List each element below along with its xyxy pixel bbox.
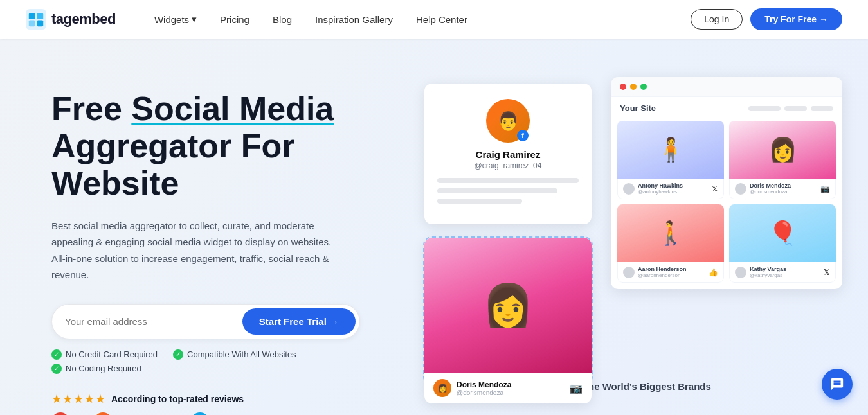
cell-2-name: Doris Mendoza — [750, 182, 791, 189]
cell-2-user-info: Doris Mendoza @dorismendoza — [750, 182, 791, 195]
window-dot-red — [620, 84, 626, 90]
insta-avatar: 👩 — [433, 379, 451, 397]
profile-avatar: 👨 f — [486, 99, 530, 143]
badge-crozdesk[interactable]: CZ CROZDESK — [191, 412, 259, 415]
check-list: ✓ No Credit Card Required ✓ Compatible W… — [51, 349, 386, 374]
reviews-section: ★★★★★ According to top-rated reviews G G… — [51, 392, 386, 415]
cell-3-user: Aaron Henderson @aaronhenderson — [623, 266, 687, 278]
cell-3-name: Aaron Henderson — [638, 266, 687, 272]
check-no-coding: ✓ No Coding Required — [51, 364, 141, 374]
cell-2-avatar — [735, 183, 746, 195]
dashboard-cell-3: 🚶 Aaron Henderson @aaronhenderson 👍 — [617, 204, 724, 283]
try-free-button[interactable]: Try For Free → — [750, 8, 842, 30]
insta-footer: 👩 Doris Mendoza @dorismendoza 📷 — [424, 373, 592, 403]
cell-1-user: Antony Hawkins @antonyhawkins — [623, 182, 683, 195]
chat-icon — [830, 377, 844, 391]
insta-user-info: 👩 Doris Mendoza @dorismendoza — [433, 379, 511, 397]
cell-1-name: Antony Hawkins — [638, 182, 683, 189]
badge-g2[interactable]: G G2 — [51, 412, 84, 415]
profile-avatar-area: 👨 f Craig Ramirez @craig_ramirez_04 — [437, 99, 579, 170]
insta-user-name: Doris Mendoza — [457, 380, 511, 389]
cell-4-image: 🎈 — [729, 204, 836, 262]
nav-inspiration-gallery[interactable]: Inspiration Gallery — [315, 14, 393, 25]
profile-card: 👨 f Craig Ramirez @craig_ramirez_04 — [424, 84, 592, 224]
cell-2-user: Doris Mendoza @dorismendoza — [735, 182, 791, 195]
stars-row: ★★★★★ According to top-rated reviews — [51, 392, 386, 406]
check-icon-1: ✓ — [51, 349, 62, 360]
svg-rect-3 — [29, 21, 35, 27]
cell-4-user: Kathy Vargas @kathyvargas — [735, 266, 786, 278]
insta-user-details: Doris Mendoza @dorismendoza — [457, 380, 511, 396]
window-dot-yellow — [630, 84, 637, 90]
dashboard-site-label: Your Site — [620, 103, 656, 113]
nav-blog[interactable]: Blog — [273, 14, 292, 25]
cell-1-footer: Antony Hawkins @antonyhawkins 𝕏 — [617, 179, 724, 199]
check-icon-3: ✓ — [51, 364, 62, 374]
star-rating: ★★★★★ — [51, 392, 106, 406]
nav-help-center[interactable]: Help Center — [416, 14, 467, 25]
profile-handle: @craig_ramirez_04 — [475, 161, 542, 170]
cell-3-avatar — [623, 267, 635, 278]
hero-description: Best social media aggregator to collect,… — [51, 218, 347, 283]
cell-4-user-info: Kathy Vargas @kathyvargas — [750, 266, 786, 278]
chevron-down-icon: ▾ — [192, 13, 197, 25]
cell-2-social-icon: 📷 — [820, 184, 830, 193]
check-icon-2: ✓ — [173, 349, 183, 360]
cell-4-name: Kathy Vargas — [750, 266, 786, 272]
cell-4-avatar — [735, 267, 746, 278]
nav-pricing[interactable]: Pricing — [220, 14, 249, 25]
dash-line-2 — [784, 106, 807, 111]
review-label: According to top-rated reviews — [111, 394, 244, 404]
cell-4-handle: @kathyvargas — [750, 272, 786, 278]
brand-name: tagembed — [51, 11, 116, 28]
dash-line-1 — [748, 106, 781, 111]
cell-2-footer: Doris Mendoza @dorismendoza 📷 — [729, 179, 836, 199]
badge-sourceforge[interactable]: SF SOURCEFORGE — [94, 412, 181, 415]
g2-icon: G — [51, 412, 69, 415]
sourceforge-icon: SF — [94, 412, 112, 415]
content-line-1 — [437, 178, 579, 183]
cell-1-avatar — [623, 183, 635, 195]
cell-4-footer: Kathy Vargas @kathyvargas 𝕏 — [729, 262, 836, 283]
cell-3-footer: Aaron Henderson @aaronhenderson 👍 — [617, 262, 724, 283]
cell-3-image: 🚶 — [617, 204, 724, 262]
profile-name: Craig Ramirez — [476, 149, 541, 160]
cell-1-handle: @antonyhawkins — [638, 189, 683, 195]
cell-4-social-icon: 𝕏 — [824, 268, 830, 277]
hero-left: Free Social Media Aggregator For Website… — [51, 71, 386, 415]
instagram-icon: 📷 — [570, 382, 583, 394]
cell-2-image: 👩 — [729, 121, 836, 179]
svg-rect-2 — [37, 13, 44, 19]
dashboard-placeholder-lines — [748, 106, 833, 111]
logo[interactable]: tagembed — [26, 9, 116, 30]
review-badges: G G2 SF SOURCEFORGE CZ CROZDESK — [51, 412, 386, 415]
nav-actions: Log In Try For Free → — [691, 8, 842, 30]
cell-1-social-icon: 𝕏 — [712, 184, 718, 193]
dashboard-header — [611, 77, 842, 97]
login-button[interactable]: Log In — [691, 9, 743, 30]
cell-1-image: 🧍 — [617, 121, 724, 179]
window-dot-green — [640, 84, 647, 90]
svg-rect-0 — [26, 9, 46, 30]
navbar: tagembed Widgets ▾ Pricing Blog Inspirat… — [0, 0, 868, 39]
nav-widgets[interactable]: Widgets ▾ — [154, 13, 197, 25]
nav-links: Widgets ▾ Pricing Blog Inspiration Galle… — [154, 13, 691, 25]
email-input[interactable] — [65, 316, 242, 327]
check-no-credit-card: ✓ No Credit Card Required — [51, 349, 158, 360]
start-free-trial-button[interactable]: Start Free Trial → — [242, 308, 356, 335]
cell-3-handle: @aaronhenderson — [638, 272, 687, 278]
content-line-2 — [437, 188, 557, 193]
chat-button[interactable] — [822, 369, 853, 400]
dashboard-grid: 🧍 Antony Hawkins @antonyhawkins 𝕏 — [611, 117, 842, 289]
cell-2-handle: @dorismendoza — [750, 189, 791, 195]
cell-3-social-icon: 👍 — [709, 268, 718, 277]
hero-title: Free Social Media Aggregator For Website — [51, 90, 386, 202]
instagram-card: 👩 👩 Doris Mendoza @dorismendoza 📷 — [424, 238, 592, 403]
insta-image: 👩 — [424, 238, 592, 373]
dashboard-cell-2: 👩 Doris Mendoza @dorismendoza 📷 — [729, 121, 836, 199]
cell-3-user-info: Aaron Henderson @aaronhenderson — [638, 266, 687, 278]
facebook-badge: f — [517, 130, 529, 141]
crozdesk-icon: CZ — [191, 412, 209, 415]
insta-user-handle: @dorismendoza — [457, 389, 511, 396]
svg-rect-4 — [37, 21, 44, 27]
